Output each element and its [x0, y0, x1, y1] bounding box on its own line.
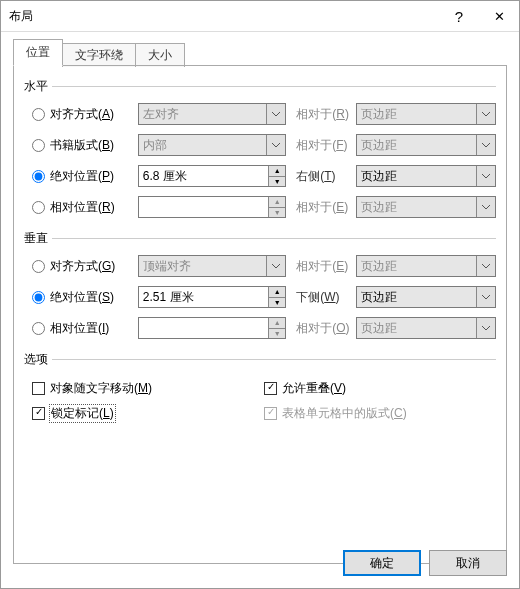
opt-layout-in-cell: 表格单元格中的版式(C) [264, 402, 496, 424]
h-align-combo[interactable]: 左对齐 [138, 103, 286, 125]
help-button[interactable]: ? [439, 2, 479, 30]
h-abs-radio-input[interactable] [32, 170, 45, 183]
h-align-radio[interactable]: 对齐方式(A) [24, 106, 138, 123]
opt-move-with-text[interactable]: 对象随文字移动(M) [32, 377, 264, 399]
h-align-label: 对齐方式(A) [50, 106, 114, 123]
h-rel-radio[interactable]: 相对位置(R) [24, 199, 138, 216]
tab-page-position: 水平 对齐方式(A) 左对齐 相对于(R) 页边距 [13, 66, 507, 564]
chevron-down-icon [266, 135, 285, 155]
divider [52, 238, 496, 239]
v-abs-radio[interactable]: 绝对位置(S) [24, 289, 138, 306]
chevron-down-icon [476, 318, 495, 338]
h-rel-label: 相对位置(R) [50, 199, 115, 216]
h-rel-rel-label: 相对于(E) [286, 199, 355, 216]
dialog-content: 位置 文字环绕 大小 水平 对齐方式(A) 左对齐 相对于(R) [1, 32, 519, 588]
v-align-label: 对齐方式(G) [50, 258, 115, 275]
chevron-down-icon [476, 197, 495, 217]
chevron-down-icon [476, 166, 495, 186]
chevron-down-icon [476, 256, 495, 276]
section-options: 选项 [24, 351, 496, 368]
h-rel-rel-combo[interactable]: 页边距 [356, 196, 496, 218]
opt-allow-overlap[interactable]: 允许重叠(V) [264, 377, 496, 399]
opt-lock-anchor[interactable]: 锁定标记(L) [32, 402, 264, 424]
v-align-rel-combo[interactable]: 页边距 [356, 255, 496, 277]
h-abs-rel-label: 右侧(T) [286, 168, 355, 185]
tab-strip: 位置 文字环绕 大小 [13, 40, 507, 66]
section-vertical: 垂直 [24, 230, 496, 247]
v-abs-spinner[interactable]: 2.51 厘米 ▲▼ [138, 286, 286, 308]
ok-button[interactable]: 确定 [343, 550, 421, 576]
h-align-radio-input[interactable] [32, 108, 45, 121]
chevron-down-icon [476, 104, 495, 124]
h-book-combo[interactable]: 内部 [138, 134, 286, 156]
opt-layout-in-cell-label: 表格单元格中的版式(C) [282, 405, 407, 422]
v-rel-radio-input[interactable] [32, 322, 45, 335]
h-abs-label: 绝对位置(P) [50, 168, 114, 185]
section-horizontal: 水平 [24, 78, 496, 95]
section-vertical-label: 垂直 [24, 230, 48, 247]
h-align-rel-label: 相对于(R) [286, 106, 355, 123]
spinner-buttons[interactable]: ▲▼ [268, 318, 285, 338]
h-book-radio-input[interactable] [32, 139, 45, 152]
chevron-down-icon [266, 104, 285, 124]
tab-text-wrap[interactable]: 文字环绕 [62, 43, 136, 67]
v-abs-radio-input[interactable] [32, 291, 45, 304]
divider [52, 359, 496, 360]
layout-dialog: 布局 ? ✕ 位置 文字环绕 大小 水平 对齐方式(A) [0, 0, 520, 589]
checkbox-icon [32, 407, 45, 420]
v-rel-rel-combo[interactable]: 页边距 [356, 317, 496, 339]
section-options-label: 选项 [24, 351, 48, 368]
v-rel-radio[interactable]: 相对位置(I) [24, 320, 138, 337]
v-rel-rel-label: 相对于(O) [286, 320, 355, 337]
h-abs-radio[interactable]: 绝对位置(P) [24, 168, 138, 185]
v-align-radio[interactable]: 对齐方式(G) [24, 258, 138, 275]
chevron-down-icon [476, 287, 495, 307]
section-horizontal-label: 水平 [24, 78, 48, 95]
v-abs-rel-label: 下侧(W) [286, 289, 355, 306]
h-align-rel-combo[interactable]: 页边距 [356, 103, 496, 125]
h-abs-spinner[interactable]: 6.8 厘米 ▲▼ [138, 165, 286, 187]
h-rel-radio-input[interactable] [32, 201, 45, 214]
spinner-buttons[interactable]: ▲▼ [268, 166, 285, 186]
v-abs-label: 绝对位置(S) [50, 289, 114, 306]
spinner-buttons[interactable]: ▲▼ [268, 197, 285, 217]
v-align-radio-input[interactable] [32, 260, 45, 273]
h-book-rel-label: 相对于(F) [286, 137, 355, 154]
checkbox-icon [32, 382, 45, 395]
h-book-rel-combo[interactable]: 页边距 [356, 134, 496, 156]
chevron-down-icon [476, 135, 495, 155]
tab-size[interactable]: 大小 [135, 43, 185, 67]
v-align-rel-label: 相对于(E) [286, 258, 355, 275]
tab-position[interactable]: 位置 [13, 39, 63, 66]
v-align-combo[interactable]: 顶端对齐 [138, 255, 286, 277]
opt-lock-anchor-label: 锁定标记(L) [50, 405, 115, 422]
divider [52, 86, 496, 87]
spinner-buttons[interactable]: ▲▼ [268, 287, 285, 307]
h-book-radio[interactable]: 书籍版式(B) [24, 137, 138, 154]
window-title: 布局 [9, 8, 439, 25]
h-book-label: 书籍版式(B) [50, 137, 114, 154]
h-abs-rel-combo[interactable]: 页边距 [356, 165, 496, 187]
opt-move-with-text-label: 对象随文字移动(M) [50, 380, 152, 397]
chevron-down-icon [266, 256, 285, 276]
opt-allow-overlap-label: 允许重叠(V) [282, 380, 346, 397]
titlebar: 布局 ? ✕ [1, 1, 519, 32]
close-button[interactable]: ✕ [479, 2, 519, 30]
dialog-footer: 确定 取消 [343, 550, 507, 576]
cancel-button[interactable]: 取消 [429, 550, 507, 576]
checkbox-icon [264, 407, 277, 420]
v-rel-label: 相对位置(I) [50, 320, 109, 337]
h-rel-spinner[interactable]: ▲▼ [138, 196, 286, 218]
checkbox-icon [264, 382, 277, 395]
v-abs-rel-combo[interactable]: 页边距 [356, 286, 496, 308]
v-rel-spinner[interactable]: ▲▼ [138, 317, 286, 339]
